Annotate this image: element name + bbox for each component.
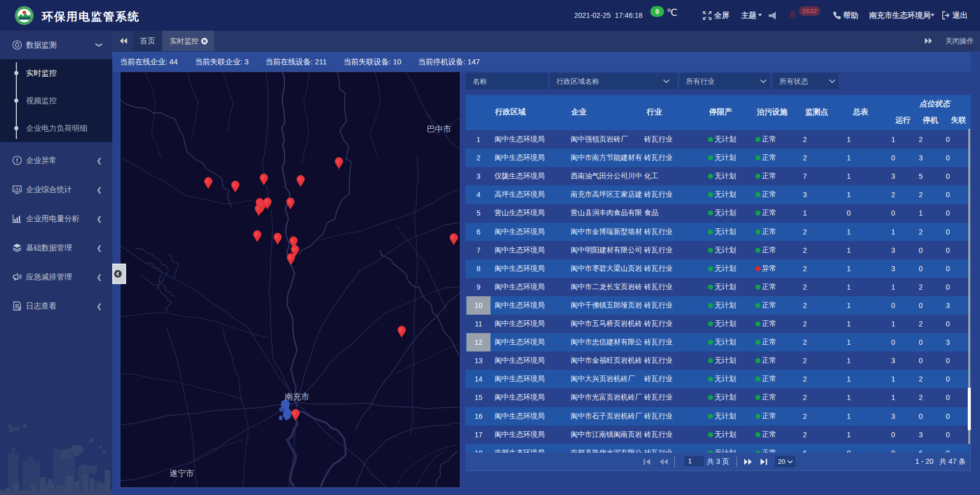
svg-text:巴中市: 巴中市 xyxy=(427,125,451,133)
svg-text:遂宁市: 遂宁市 xyxy=(169,469,194,478)
svg-text:南充市: 南充市 xyxy=(285,392,309,401)
